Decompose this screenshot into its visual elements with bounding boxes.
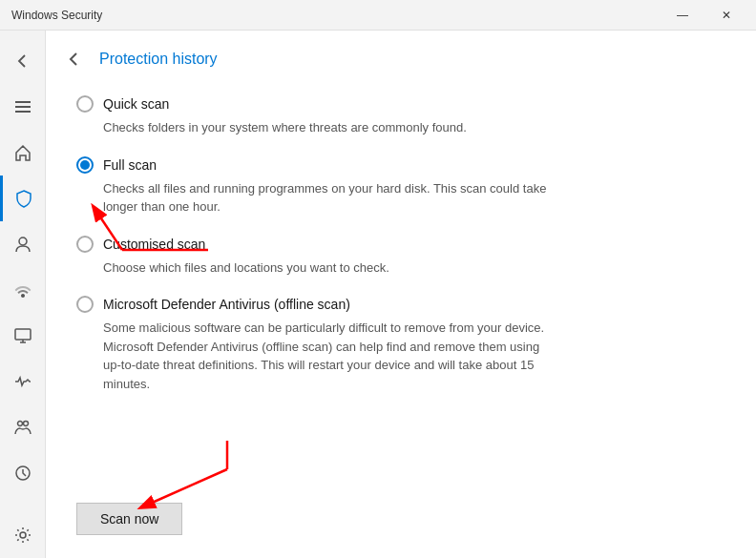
desc-full-scan: Checks all files and running programmes … xyxy=(76,179,554,217)
back-button[interactable] xyxy=(61,46,88,72)
sidebar-icon-wifi[interactable] xyxy=(0,267,46,313)
title-bar: Windows Security — ✕ xyxy=(0,0,756,31)
sidebar-icon-home[interactable] xyxy=(0,130,46,176)
page-header: Protection history xyxy=(46,31,756,80)
sidebar-icon-history[interactable] xyxy=(0,450,46,496)
close-button[interactable]: ✕ xyxy=(704,0,748,31)
sidebar-icon-settings[interactable] xyxy=(0,512,46,558)
radio-offline-scan[interactable] xyxy=(76,296,94,313)
scan-option-offline-scan: Microsoft Defender Antivirus (offline sc… xyxy=(76,296,725,393)
sidebar-icon-family[interactable] xyxy=(0,404,46,450)
svg-point-8 xyxy=(23,422,28,426)
svg-point-3 xyxy=(19,238,27,245)
svg-point-10 xyxy=(20,532,26,538)
window-controls: — ✕ xyxy=(661,0,748,31)
label-offline-scan: Microsoft Defender Antivirus (offline sc… xyxy=(103,297,350,312)
svg-rect-1 xyxy=(15,106,31,108)
radio-full-scan[interactable] xyxy=(76,156,94,174)
svg-rect-2 xyxy=(15,111,31,113)
main-content: Protection history Quick scanChecks fold… xyxy=(46,31,756,558)
svg-rect-0 xyxy=(15,101,31,103)
sidebar xyxy=(0,31,46,558)
scan-now-area: Scan now xyxy=(46,484,756,558)
sidebar-icon-user[interactable] xyxy=(0,221,46,267)
sidebar-icon-health[interactable] xyxy=(0,359,46,404)
sidebar-icon-menu[interactable] xyxy=(0,84,46,130)
scan-option-customised-scan: Customised scanChoose which files and lo… xyxy=(76,236,725,278)
sidebar-icon-shield[interactable] xyxy=(0,176,46,221)
main-wrapper: Protection history Quick scanChecks fold… xyxy=(46,31,756,558)
label-full-scan: Full scan xyxy=(103,157,157,173)
sidebar-icon-back[interactable] xyxy=(0,38,46,84)
label-customised-scan: Customised scan xyxy=(103,237,205,252)
scan-option-quick-scan: Quick scanChecks folders in your system … xyxy=(76,95,725,137)
label-quick-scan: Quick scan xyxy=(103,96,169,112)
page-title: Protection history xyxy=(99,51,218,68)
radio-quick-scan[interactable] xyxy=(76,95,94,113)
svg-rect-4 xyxy=(15,329,31,340)
desc-offline-scan: Some malicious software can be particula… xyxy=(76,319,554,393)
scan-option-full-scan: Full scanChecks all files and running pr… xyxy=(76,156,725,217)
desc-customised-scan: Choose which files and locations you wan… xyxy=(76,258,554,278)
scan-options: Quick scanChecks folders in your system … xyxy=(46,80,756,484)
sidebar-icon-monitor[interactable] xyxy=(0,313,46,359)
app-body: Protection history Quick scanChecks fold… xyxy=(0,31,756,558)
svg-point-7 xyxy=(17,422,22,426)
app-title: Windows Security xyxy=(11,9,102,22)
scan-now-button[interactable]: Scan now xyxy=(76,503,182,535)
minimize-button[interactable]: — xyxy=(661,0,704,31)
desc-quick-scan: Checks folders in your system where thre… xyxy=(76,118,554,137)
radio-customised-scan[interactable] xyxy=(76,236,94,253)
